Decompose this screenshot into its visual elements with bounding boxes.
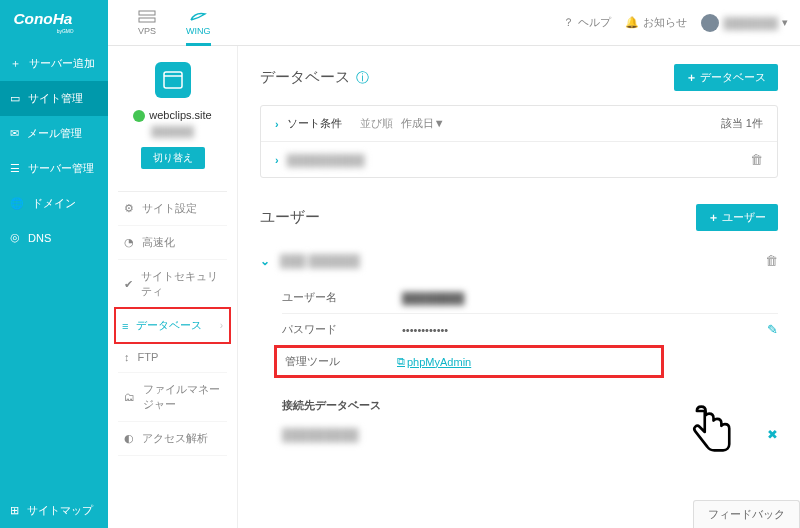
bell-icon: 🔔	[625, 16, 639, 29]
external-link-icon: ⧉	[397, 355, 405, 368]
chevron-down-icon: ⌄	[260, 254, 270, 268]
db-sort-row[interactable]: › ソート条件 並び順 作成日▼ 該当 1件	[261, 106, 777, 141]
user-menu[interactable]: ███████ ▾	[701, 14, 788, 32]
chevron-right-icon: ›	[220, 320, 223, 331]
globe-icon: 🌐	[10, 197, 24, 210]
sidebar: ＋サーバー追加 ▭サイト管理 ✉メール管理 ☰サーバー管理 🌐ドメイン ◎DNS…	[0, 46, 108, 528]
svg-rect-2	[139, 11, 155, 15]
sidebar-item-site[interactable]: ▭サイト管理	[0, 81, 108, 116]
conn-db-title: 接続先データベース	[282, 398, 778, 413]
help-icon: ？	[563, 15, 574, 30]
submenu-speed[interactable]: ◔高速化	[118, 226, 227, 260]
submenu-site-settings[interactable]: ⚙サイト設定	[118, 192, 227, 226]
help-icon[interactable]: ⓘ	[356, 69, 369, 87]
submenu-ftp[interactable]: ↕FTP	[118, 342, 227, 373]
window-icon: ▭	[10, 92, 20, 105]
edit-icon[interactable]: ✎	[767, 322, 778, 337]
wing-icon	[189, 10, 207, 24]
switch-button[interactable]: 切り替え	[141, 147, 205, 169]
chart-icon: ◐	[124, 432, 134, 445]
sidebar-item-sitemap[interactable]: ⊞サイトマップ	[0, 493, 108, 528]
updown-icon: ↕	[124, 351, 130, 363]
server-icon	[138, 10, 156, 24]
sidebar-item-domain[interactable]: 🌐ドメイン	[0, 186, 108, 221]
folder-icon: 🗂	[124, 391, 135, 403]
dns-icon: ◎	[10, 231, 20, 244]
db-icon: ≡	[122, 320, 128, 332]
brand-logo[interactable]: ConoHabyGMO	[0, 0, 108, 46]
submenu-security[interactable]: ✔サイトセキュリティ	[118, 260, 227, 309]
db-count: 該当 1件	[721, 116, 763, 131]
field-admin-tool: 管理ツール ⧉phpMyAdmin	[274, 345, 664, 378]
help-link[interactable]: ？ヘルプ	[563, 15, 611, 30]
site-square-icon	[155, 62, 191, 98]
sidebar-item-mail[interactable]: ✉メール管理	[0, 116, 108, 151]
gauge-icon: ◔	[124, 236, 134, 249]
chevron-right-icon: ›	[275, 118, 279, 130]
envelope-icon: ✉	[10, 127, 19, 140]
avatar-icon	[701, 14, 719, 32]
user-title: ユーザー	[260, 208, 320, 227]
svg-rect-3	[139, 18, 155, 22]
sidebar-item-add-server[interactable]: ＋サーバー追加	[0, 46, 108, 81]
main-content: データベース ⓘ データベース › ソート条件 並び順 作成日▼ 該当 1件 ›…	[238, 46, 800, 528]
site-sub: ██████	[118, 126, 227, 137]
tool-icon[interactable]: ✖	[767, 427, 778, 442]
sidebar-item-dns[interactable]: ◎DNS	[0, 221, 108, 254]
trash-icon[interactable]: 🗑	[750, 152, 763, 167]
tab-vps[interactable]: VPS	[138, 0, 156, 46]
submenu-file[interactable]: 🗂ファイルマネージャー	[118, 373, 227, 422]
user-row[interactable]: ⌄ ███ ██████ 🗑	[260, 245, 778, 282]
db-title: データベース	[260, 68, 350, 87]
submenu-access[interactable]: ◐アクセス解析	[118, 422, 227, 456]
sitemap-icon: ⊞	[10, 504, 19, 517]
notice-link[interactable]: 🔔お知らせ	[625, 15, 687, 30]
plus-icon: ＋	[10, 56, 21, 71]
add-user-button[interactable]: ユーザー	[696, 204, 778, 231]
status-dot-icon	[133, 110, 145, 122]
server-icon: ☰	[10, 162, 20, 175]
svg-rect-4	[164, 72, 182, 88]
add-database-button[interactable]: データベース	[674, 64, 778, 91]
feedback-button[interactable]: フィードバック	[693, 500, 800, 528]
site-name: webclips.site	[149, 109, 211, 121]
trash-icon[interactable]: 🗑	[765, 253, 778, 268]
submenu-database[interactable]: ≡データベース›	[114, 307, 231, 344]
svg-text:byGMO: byGMO	[57, 28, 74, 33]
field-username: ユーザー名 ████████	[282, 282, 778, 314]
db-panel: › ソート条件 並び順 作成日▼ 該当 1件 › ██████████ 🗑	[260, 105, 778, 178]
conn-db-row: █████████ ✖	[260, 421, 778, 448]
chevron-right-icon: ›	[275, 154, 279, 166]
db-row[interactable]: › ██████████ 🗑	[261, 141, 777, 177]
tab-wing[interactable]: WING	[186, 0, 211, 46]
gear-icon: ⚙	[124, 202, 134, 215]
shield-icon: ✔	[124, 278, 133, 291]
sidebar-item-server[interactable]: ☰サーバー管理	[0, 151, 108, 186]
svg-text:ConoHa: ConoHa	[13, 10, 72, 27]
phpmyadmin-link[interactable]: ⧉phpMyAdmin	[397, 355, 471, 368]
site-panel: webclips.site ██████ 切り替え ⚙サイト設定 ◔高速化 ✔サ…	[108, 46, 238, 528]
field-password: パスワード •••••••••••• ✎	[282, 314, 778, 345]
